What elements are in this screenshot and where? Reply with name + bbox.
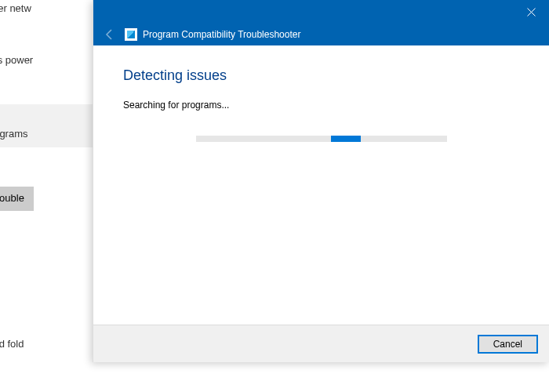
troubleshooter-dialog: Program Compatibility Troubleshooter Det…	[93, 0, 549, 362]
close-icon	[527, 8, 536, 16]
back-arrow-icon	[104, 28, 116, 41]
progress-bar	[196, 136, 447, 142]
dialog-header: Program Compatibility Troubleshooter	[93, 24, 549, 45]
progress-indicator	[331, 136, 361, 142]
dialog-titlebar	[93, 0, 549, 24]
back-button	[101, 26, 118, 43]
run-troubleshooter-button[interactable]: Run the trouble	[0, 187, 34, 210]
dialog-title: Program Compatibility Troubleshooter	[143, 29, 300, 40]
troubleshooter-icon	[125, 28, 137, 41]
status-text: Searching for programs...	[123, 100, 519, 111]
dialog-body: Detecting issues Searching for programs.…	[93, 45, 549, 325]
cancel-button[interactable]: Cancel	[478, 335, 538, 354]
close-button[interactable]	[514, 0, 549, 24]
detecting-heading: Detecting issues	[123, 67, 519, 84]
dialog-footer: Cancel	[93, 325, 549, 362]
